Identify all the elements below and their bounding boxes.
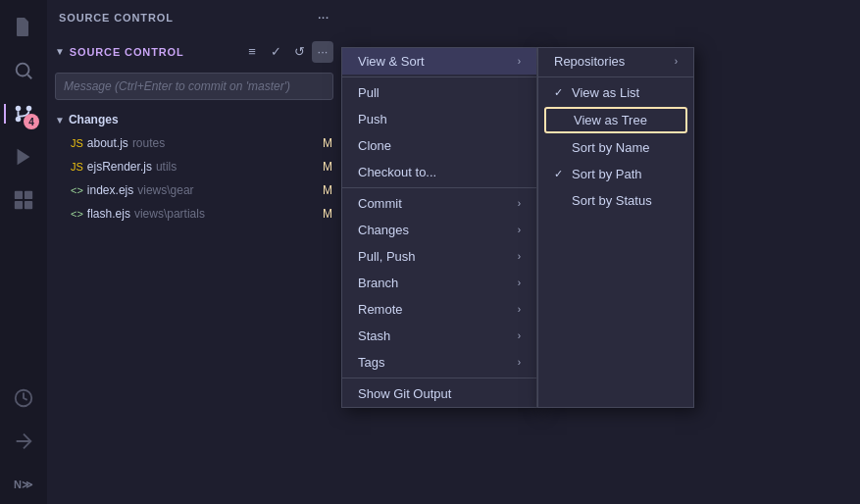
- separator-3: [342, 378, 536, 378]
- menu-item-view-as-tree[interactable]: ✓ View as Tree: [544, 107, 687, 133]
- menu-item-pull-push[interactable]: Pull, Push ›: [342, 243, 536, 270]
- menu-item-sort-by-status[interactable]: ✓ Sort by Status: [538, 187, 693, 214]
- view-sort-label: View & Sort: [358, 54, 425, 69]
- svg-point-4: [16, 106, 22, 112]
- menu-item-view-as-list[interactable]: ✓ View as List: [538, 79, 693, 106]
- file-name: index.ejs: [87, 183, 133, 197]
- menu-item-show-git-output[interactable]: Show Git Output: [342, 380, 536, 407]
- chevron-right-icon: ›: [518, 330, 521, 341]
- list-item[interactable]: JS ejsRender.js utils M: [47, 155, 341, 178]
- view-as-tree-label: View as Tree: [574, 113, 647, 127]
- menu-item-checkout[interactable]: Checkout to...: [342, 159, 536, 185]
- checkmark-icon: ✓: [554, 168, 566, 180]
- list-item[interactable]: <> flash.ejs views\partials M: [47, 202, 341, 226]
- sort-by-name-label: Sort by Name: [572, 140, 649, 155]
- svg-line-1: [27, 75, 31, 78]
- menu-item-stash[interactable]: Stash ›: [342, 323, 536, 349]
- menu-item-clone[interactable]: Clone: [342, 132, 536, 159]
- changes-label: Changes: [69, 113, 119, 126]
- list-item[interactable]: JS about.js routes M: [47, 131, 341, 155]
- menu-item-branch[interactable]: Branch ›: [342, 270, 536, 296]
- menu-item-push[interactable]: Push: [342, 106, 536, 132]
- remote-icon[interactable]: [4, 422, 43, 461]
- file-name: about.js: [87, 136, 128, 150]
- file-path: views\partials: [134, 207, 205, 221]
- checkmark-icon: ✓: [554, 86, 566, 99]
- search-icon[interactable]: [4, 51, 43, 90]
- file-status: M: [322, 136, 333, 150]
- svg-rect-7: [15, 191, 23, 199]
- chevron-right-icon: ›: [518, 251, 521, 262]
- file-status: M: [322, 183, 333, 197]
- chevron-right-icon: ›: [518, 357, 521, 368]
- menu-item-sort-by-path[interactable]: ✓ Sort by Path: [538, 161, 693, 187]
- sc-actions: ≡ ✓ ↺ ···: [241, 41, 333, 63]
- chevron-right-icon: ›: [675, 56, 678, 67]
- menu-item-changes[interactable]: Changes ›: [342, 217, 536, 243]
- view-as-list-label: View as List: [572, 85, 639, 100]
- extensions-icon[interactable]: [4, 180, 43, 220]
- main-context-menu: View & Sort › Pull Push Clone Checkout t…: [341, 47, 537, 408]
- badge-count: 4: [24, 114, 39, 129]
- sidebar-top-header: SOURCE CONTROL ···: [47, 0, 341, 34]
- file-path: views\gear: [137, 183, 193, 197]
- tags-label: Tags: [358, 355, 384, 370]
- file-name: flash.ejs: [87, 207, 130, 221]
- svg-marker-6: [18, 149, 30, 166]
- chevron-right-icon: ›: [518, 277, 521, 288]
- changes-label: Changes: [358, 223, 409, 237]
- chevron-icon: ▼: [55, 115, 65, 126]
- commit-check-button[interactable]: ✓: [265, 41, 286, 63]
- notetaker-icon[interactable]: N≫: [4, 465, 43, 504]
- menu-item-remote[interactable]: Remote ›: [342, 296, 536, 323]
- show-git-output-label: Show Git Output: [358, 386, 451, 401]
- menu-item-view-sort[interactable]: View & Sort ›: [342, 48, 536, 75]
- sidebar-top-title: SOURCE CONTROL: [59, 12, 174, 24]
- svg-point-3: [26, 106, 32, 112]
- checkout-label: Checkout to...: [358, 165, 436, 179]
- file-path: utils: [156, 160, 177, 174]
- chevron-down-icon: ▼: [55, 46, 66, 57]
- sort-by-status-label: Sort by Status: [572, 193, 652, 208]
- context-menu-overlay: View & Sort › Pull Push Clone Checkout t…: [341, 47, 694, 408]
- pull-push-label: Pull, Push: [358, 249, 416, 264]
- menu-item-tags[interactable]: Tags ›: [342, 349, 536, 376]
- view-sort-submenu: Repositories › ✓ View as List ✓ View as …: [537, 47, 694, 408]
- file-status: M: [322, 207, 333, 221]
- explorer-icon[interactable]: [4, 8, 43, 47]
- svg-rect-8: [25, 191, 32, 199]
- more-actions-button[interactable]: ···: [312, 41, 333, 63]
- file-status: M: [322, 160, 333, 174]
- menu-item-commit[interactable]: Commit ›: [342, 190, 536, 217]
- js-file-icon: JS: [71, 161, 83, 173]
- commit-label: Commit: [358, 196, 402, 211]
- separator-vs: [538, 76, 693, 77]
- menu-item-sort-by-name[interactable]: ✓ Sort by Name: [538, 134, 693, 161]
- changes-section: ▼ Changes JS about.js routes M JS ejsRen…: [47, 104, 341, 229]
- sidebar-more-icon[interactable]: ···: [318, 12, 329, 24]
- svg-point-0: [17, 64, 29, 76]
- ejs-file-icon: <>: [71, 184, 83, 196]
- svg-rect-10: [25, 201, 32, 209]
- sc-title-text: SOURCE CONTROL: [70, 46, 184, 58]
- changes-section-header[interactable]: ▼ Changes: [47, 108, 341, 131]
- separator-2: [342, 187, 536, 188]
- svg-rect-9: [15, 201, 23, 209]
- repositories-label: Repositories: [554, 54, 625, 69]
- commit-message-input[interactable]: Message (Ctrl+Enter to commit on 'master…: [55, 73, 333, 100]
- sc-label: ▼ SOURCE CONTROL: [55, 46, 184, 58]
- source-control-icon[interactable]: 4: [4, 94, 43, 133]
- chevron-right-icon: ›: [518, 304, 521, 315]
- list-item[interactable]: <> index.ejs views\gear M: [47, 178, 341, 202]
- sort-by-path-label: Sort by Path: [572, 167, 642, 181]
- run-debug-icon[interactable]: [4, 137, 43, 176]
- refresh-button[interactable]: ↺: [288, 41, 310, 63]
- timeline-icon[interactable]: [4, 378, 43, 418]
- push-label: Push: [358, 112, 387, 126]
- remote-label: Remote: [358, 302, 403, 317]
- menu-item-pull[interactable]: Pull: [342, 79, 536, 106]
- stage-all-button[interactable]: ≡: [241, 41, 263, 63]
- sc-section-header: ▼ SOURCE CONTROL ≡ ✓ ↺ ···: [47, 34, 341, 69]
- file-name: ejsRender.js: [87, 160, 152, 174]
- repositories-header-item[interactable]: Repositories ›: [538, 48, 693, 75]
